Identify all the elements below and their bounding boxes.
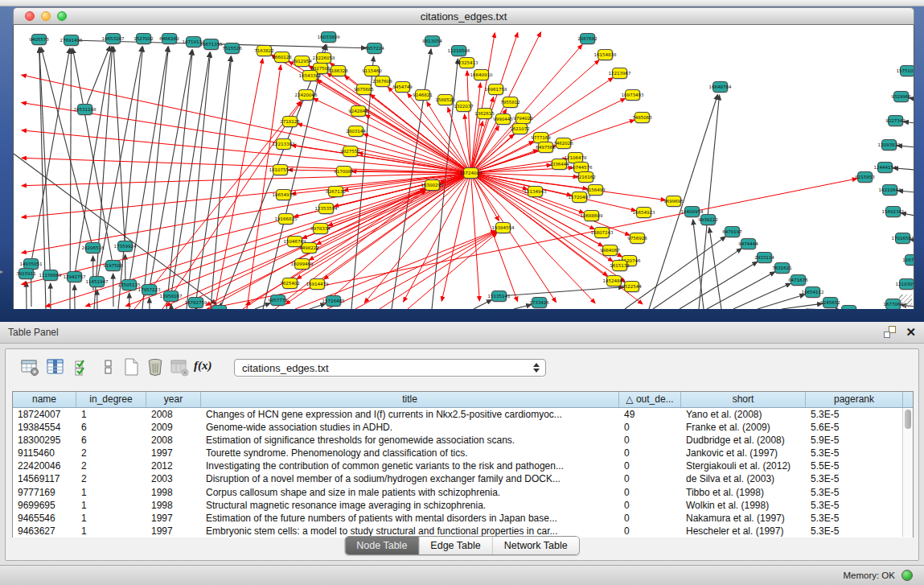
graph-node[interactable]: 8215953	[857, 171, 873, 183]
graph-edge[interactable]	[118, 47, 143, 309]
column-header[interactable]: year	[146, 392, 201, 407]
graph-node[interactable]: 12093832	[881, 139, 897, 150]
tab-network-table[interactable]: Network Table	[493, 537, 579, 554]
graph-node[interactable]: 9156493	[588, 184, 603, 196]
graph-edge[interactable]	[215, 59, 263, 309]
graph-node[interactable]: 1588520	[437, 94, 453, 105]
graph-node[interactable]: 6466160	[162, 33, 177, 44]
graph-node[interactable]: 8454749	[395, 81, 410, 93]
graph-node[interactable]: 12103054	[899, 278, 914, 290]
graph-node[interactable]: 16099469	[294, 258, 310, 270]
graph-edge[interactable]	[31, 48, 70, 264]
graph-node[interactable]: 2803144	[348, 126, 363, 137]
graph-node[interactable]: 16782759	[188, 297, 203, 308]
graph-node[interactable]: 9794028	[515, 113, 531, 124]
graph-node[interactable]: 8267130	[328, 186, 343, 197]
graph-node[interactable]: 9990443	[495, 113, 511, 125]
table-row[interactable]: 911546021997Tourette syndrome. Phenomeno…	[13, 447, 913, 459]
graph-node[interactable]: 3915911	[18, 268, 34, 279]
graph-edge[interactable]	[46, 173, 471, 307]
graph-node[interactable]: 9242848	[351, 105, 366, 117]
column-header[interactable]: name	[13, 392, 76, 407]
graph-edge[interactable]	[39, 47, 51, 275]
graph-edge[interactable]	[499, 287, 624, 296]
column-header[interactable]: in_degree	[76, 392, 146, 407]
graph-node[interactable]: 6479197	[725, 226, 740, 237]
graph-node[interactable]: 7163822	[257, 45, 272, 56]
graph-node[interactable]: 10653287	[105, 33, 121, 44]
graph-edge[interactable]	[471, 122, 483, 173]
graph-node[interactable]: 12218506	[451, 45, 466, 56]
table-row[interactable]: 969969511998Structural magnetic resonanc…	[13, 499, 913, 512]
column-header[interactable]: short	[681, 392, 806, 407]
graph-edge[interactable]	[733, 283, 791, 309]
graph-node[interactable]: 16239013	[841, 305, 856, 309]
graph-node[interactable]: 14524861	[606, 275, 622, 286]
graph-node[interactable]: 9522544	[624, 281, 639, 292]
graph-node[interactable]: 12213383	[276, 138, 291, 150]
graph-node[interactable]: 2718126	[282, 116, 298, 127]
graph-node[interactable]: 7462026	[556, 138, 571, 149]
graph-node[interactable]: 15720407	[572, 192, 587, 203]
graph-node[interactable]: 1362615	[477, 108, 492, 119]
graph-node[interactable]: 7632621	[774, 262, 790, 274]
graph-node[interactable]: 9498222	[302, 242, 317, 253]
graph-node[interactable]: 18300295	[425, 179, 440, 191]
graph-node[interactable]: 22420046	[298, 89, 314, 101]
graph-node[interactable]: 16543382	[302, 70, 318, 81]
graph-node[interactable]: 20531108	[77, 104, 92, 115]
graph-node[interactable]: 12325413	[459, 57, 474, 68]
graph-node[interactable]: 12942757	[67, 271, 82, 282]
graph-node[interactable]: 12444154	[877, 162, 893, 173]
graph-node[interactable]: 8978334	[313, 223, 328, 234]
graph-edge[interactable]	[113, 47, 125, 246]
close-window-icon[interactable]	[25, 11, 35, 21]
graph-node[interactable]: 16640910	[474, 69, 489, 80]
column-header[interactable]: title	[201, 392, 619, 407]
graph-node[interactable]: 8216162	[578, 171, 593, 183]
graph-node[interactable]: 9197588	[105, 260, 121, 271]
graph-node[interactable]: 19384554	[495, 222, 511, 233]
graph-edge[interactable]	[474, 300, 492, 309]
graph-node[interactable]: 10688609	[584, 210, 599, 221]
graph-edge[interactable]	[72, 48, 113, 266]
table-row[interactable]: 2242004622012Investigating the contribut…	[13, 459, 913, 472]
column-header[interactable]: △ out_de...	[619, 392, 681, 407]
graph-node[interactable]: 6497568	[538, 142, 553, 153]
close-panel-icon[interactable]: ✕	[906, 326, 916, 338]
graph-edge[interactable]	[625, 237, 725, 309]
graph-node[interactable]: 16648784	[713, 81, 728, 93]
graph-node[interactable]: 27691406	[64, 35, 79, 46]
network-view-canvas[interactable]: 9405573276914061065328715270026466160107…	[13, 25, 914, 309]
graph-edge[interactable]	[782, 303, 823, 309]
graph-node[interactable]: 10719134	[186, 36, 201, 47]
graph-node[interactable]: 9115460	[364, 65, 380, 76]
graph-edge[interactable]	[70, 48, 71, 309]
graph-node[interactable]: 9827552	[343, 146, 358, 157]
graph-node[interactable]: 18724007	[463, 167, 478, 179]
graph-node[interactable]: 9884067	[602, 245, 618, 256]
table-row[interactable]: 1938455462009Genome-wide association stu…	[13, 421, 913, 434]
graph-edge[interactable]	[693, 220, 704, 309]
graph-node[interactable]: 16914479	[310, 278, 325, 290]
column-header[interactable]: pagerank	[806, 392, 903, 407]
graph-edge[interactable]	[441, 173, 470, 301]
graph-node[interactable]: 16210643	[882, 184, 897, 196]
graph-node[interactable]: 9756928	[630, 233, 645, 244]
graph-node[interactable]: 23226058	[316, 52, 331, 64]
scrollbar-thumb[interactable]	[905, 410, 911, 429]
graph-node[interactable]: 15716485	[326, 295, 341, 307]
graph-node[interactable]: 7857224	[367, 43, 382, 54]
graph-node[interactable]: 10654935	[276, 189, 291, 200]
graph-edge[interactable]	[291, 146, 470, 173]
graph-node[interactable]: 12923446	[211, 305, 227, 309]
table-row[interactable]: 1872400712008Changes of HCN gene express…	[13, 408, 913, 421]
graph-node[interactable]: 9245652	[823, 297, 838, 308]
graph-edge[interactable]	[325, 173, 470, 303]
delete-trash-icon[interactable]	[146, 357, 165, 377]
graph-node[interactable]: 15751074	[900, 65, 914, 76]
table-select-combobox[interactable]: citations_edges.txt	[234, 359, 546, 377]
function-builder-icon[interactable]: f(x)	[194, 359, 218, 378]
graph-node[interactable]: 16033809	[321, 31, 336, 43]
graph-node[interactable]: 8912954	[294, 56, 310, 67]
